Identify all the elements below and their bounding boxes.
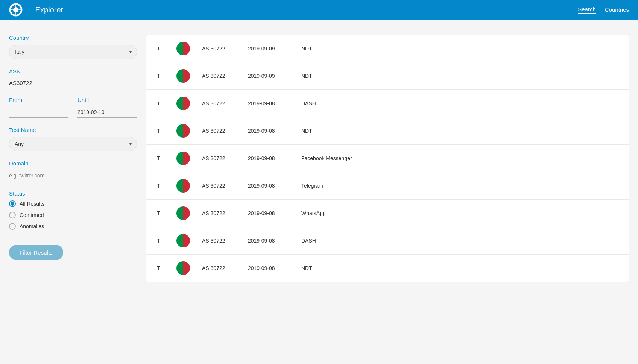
country-select[interactable]: Italy [9, 45, 137, 59]
status-anomalies[interactable]: Anomalies [9, 223, 137, 230]
asn-value: AS30722 [9, 78, 137, 88]
country-code: IT [155, 128, 164, 134]
until-input[interactable] [77, 107, 137, 118]
date-cell: 2019-09-08 [248, 238, 289, 244]
test-name-cell: DASH [301, 100, 620, 106]
date-cell: 2019-09-08 [248, 100, 289, 106]
date-filter: From Until [9, 97, 137, 118]
asn-cell: AS 30722 [202, 238, 236, 244]
date-cell: 2019-09-08 [248, 210, 289, 216]
table-row[interactable]: IT AS 30722 2019-09-08 NDT [146, 255, 629, 282]
status-all-label: All Results [20, 201, 44, 207]
flag-icon [176, 42, 190, 55]
results-container: IT AS 30722 2019-09-09 NDT IT AS 30722 2… [146, 35, 629, 282]
logo: | Explorer [9, 3, 63, 17]
date-cell: 2019-09-08 [248, 265, 289, 271]
app-header: | Explorer Search Countries [0, 0, 638, 20]
nav-search[interactable]: Search [578, 6, 596, 14]
test-name-cell: WhatsApp [301, 210, 620, 216]
from-input[interactable] [9, 107, 68, 118]
asn-filter: ASN AS30722 [9, 68, 137, 88]
country-label: Country [9, 35, 137, 41]
until-col: Until [77, 97, 137, 118]
status-confirmed-radio-icon [9, 212, 16, 218]
status-anomalies-radio-icon [9, 223, 16, 230]
flag-icon [176, 124, 190, 138]
table-row[interactable]: IT AS 30722 2019-09-08 WhatsApp [146, 200, 629, 227]
country-code: IT [155, 46, 164, 52]
test-name-label: Test Name [9, 127, 137, 133]
radio-dot [11, 202, 14, 206]
flag-icon [176, 206, 190, 220]
table-row[interactable]: IT AS 30722 2019-09-09 NDT [146, 35, 629, 62]
flag-icon [176, 152, 190, 165]
flag-icon [176, 69, 190, 83]
table-row[interactable]: IT AS 30722 2019-09-08 NDT [146, 117, 629, 145]
ooni-logo-icon [9, 3, 23, 17]
asn-cell: AS 30722 [202, 183, 236, 189]
asn-cell: AS 30722 [202, 73, 236, 79]
status-confirmed[interactable]: Confirmed [9, 212, 137, 218]
test-name-select[interactable]: Any [9, 137, 137, 151]
country-code: IT [155, 210, 164, 216]
logo-text: Explorer [35, 6, 63, 14]
asn-cell: AS 30722 [202, 265, 236, 271]
flag-icon [176, 97, 190, 110]
country-select-wrapper: Italy ▾ [9, 45, 137, 59]
country-code: IT [155, 100, 164, 106]
asn-cell: AS 30722 [202, 155, 236, 161]
date-cell: 2019-09-09 [248, 46, 289, 52]
asn-cell: AS 30722 [202, 100, 236, 106]
main-layout: Country Italy ▾ ASN AS30722 From Until [0, 20, 638, 291]
domain-label: Domain [9, 160, 137, 167]
country-code: IT [155, 238, 164, 244]
country-code: IT [155, 73, 164, 79]
table-row[interactable]: IT AS 30722 2019-09-08 DASH [146, 227, 629, 255]
asn-cell: AS 30722 [202, 128, 236, 134]
test-name-cell: NDT [301, 128, 620, 134]
country-code: IT [155, 265, 164, 271]
table-row[interactable]: IT AS 30722 2019-09-08 Telegram [146, 172, 629, 200]
status-anomalies-label: Anomalies [20, 223, 44, 229]
until-label: Until [77, 97, 137, 103]
test-name-select-wrapper: Any ▾ [9, 137, 137, 151]
asn-cell: AS 30722 [202, 210, 236, 216]
from-col: From [9, 97, 68, 118]
test-name-cell: Telegram [301, 183, 620, 189]
country-code: IT [155, 155, 164, 161]
date-cell: 2019-09-08 [248, 183, 289, 189]
filter-results-button[interactable]: Filter Results [9, 245, 63, 260]
asn-label: ASN [9, 68, 137, 74]
from-label: From [9, 97, 68, 103]
test-name-cell: Facebook Messenger [301, 155, 620, 161]
status-all-results[interactable]: All Results [9, 200, 137, 207]
status-label: Status [9, 190, 137, 197]
flag-icon [176, 261, 190, 275]
flag-icon [176, 179, 190, 193]
test-name-cell: NDT [301, 265, 620, 271]
test-name-cell: NDT [301, 73, 620, 79]
date-cell: 2019-09-09 [248, 73, 289, 79]
test-name-filter: Test Name Any ▾ [9, 127, 137, 151]
flag-icon [176, 234, 190, 247]
nav-countries[interactable]: Countries [605, 6, 629, 14]
test-name-cell: DASH [301, 238, 620, 244]
domain-input[interactable] [9, 170, 137, 181]
domain-filter: Domain [9, 160, 137, 181]
header-nav: Search Countries [578, 6, 629, 14]
table-row[interactable]: IT AS 30722 2019-09-08 Facebook Messenge… [146, 145, 629, 172]
table-row[interactable]: IT AS 30722 2019-09-09 NDT [146, 62, 629, 90]
status-confirmed-label: Confirmed [20, 212, 44, 218]
country-filter: Country Italy ▾ [9, 35, 137, 59]
table-row[interactable]: IT AS 30722 2019-09-08 DASH [146, 90, 629, 117]
country-code: IT [155, 183, 164, 189]
logo-divider: | [28, 5, 30, 15]
date-cell: 2019-09-08 [248, 128, 289, 134]
test-name-cell: NDT [301, 46, 620, 52]
status-filter: Status All Results Confirmed Anomalies [9, 190, 137, 230]
asn-cell: AS 30722 [202, 46, 236, 52]
date-cell: 2019-09-08 [248, 155, 289, 161]
status-group: All Results Confirmed Anomalies [9, 200, 137, 230]
status-all-radio-icon [9, 200, 16, 207]
date-row: From Until [9, 97, 137, 118]
